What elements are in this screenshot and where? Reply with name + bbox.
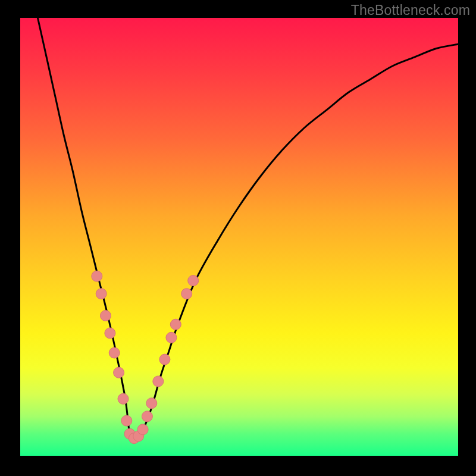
curve-marker bbox=[137, 424, 148, 435]
curve-marker bbox=[146, 398, 157, 409]
curve-marker bbox=[114, 367, 124, 378]
curve-marker bbox=[153, 376, 164, 387]
curve-marker bbox=[188, 275, 199, 286]
curve-marker bbox=[166, 332, 177, 343]
curve-marker bbox=[109, 347, 120, 358]
curve-marker bbox=[101, 311, 111, 321]
bottleneck-curve bbox=[37, 18, 458, 439]
marker-layer bbox=[92, 271, 199, 443]
curve-marker bbox=[105, 328, 115, 339]
curve-marker bbox=[121, 415, 132, 426]
curve-layer bbox=[37, 18, 458, 439]
watermark-text: TheBottleneck.com bbox=[351, 2, 470, 18]
curve-marker bbox=[159, 354, 170, 365]
chart-plot-area bbox=[20, 18, 458, 456]
curve-marker bbox=[92, 271, 102, 281]
curve-marker bbox=[118, 393, 129, 404]
curve-marker bbox=[170, 319, 181, 330]
chart-svg bbox=[20, 18, 458, 456]
curve-marker bbox=[181, 289, 192, 299]
curve-marker bbox=[142, 411, 152, 422]
chart-frame: TheBottleneck.com bbox=[0, 0, 476, 476]
curve-marker bbox=[96, 289, 107, 299]
